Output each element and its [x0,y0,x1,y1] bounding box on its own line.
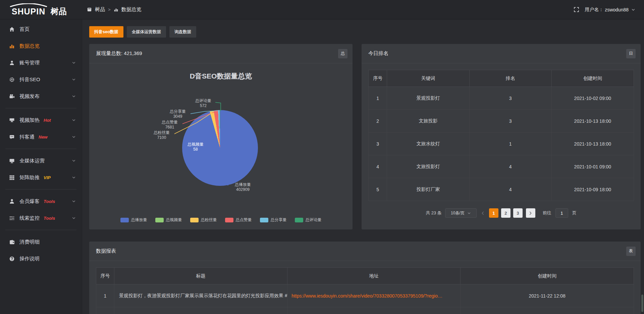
table-row: 5投影灯厂家42021-10-09 18:00 [369,178,634,201]
table-cell: 3 [369,133,387,155]
sidebar-item-label: 矩阵助推 [19,174,40,181]
tab-inquiry-data[interactable]: 询盘数据 [169,26,196,38]
pie-label-plays: 总播放量 402909 [229,182,257,192]
table-cell: 2021-10-02 09:00 [551,87,634,110]
table-cell: 文旅水纹灯 [387,133,469,155]
sidebar-item-video-heat[interactable]: 视频加热Hot [0,112,82,128]
column-header: 创建时间 [461,268,634,284]
sidebar-divider [5,149,76,149]
legend-item-5[interactable]: 总评论量 [295,217,322,223]
goto-label: 前往 [543,210,551,216]
logo-shupin: SHUPIN [9,3,48,16]
ranking-table-wrap: 序号关键词排名创建时间 1景观投影灯32021-10-02 09:002文旅投影… [362,63,641,218]
sidebar-item-badge: Hot [44,118,51,123]
sidebar-item-douketong[interactable]: 抖客通New [0,128,82,145]
sidebar-item-operation-guide[interactable]: 操作说明 [0,250,82,267]
page-size-select[interactable]: 10条/页 [445,208,477,218]
report-header-row: 序号标题地址创建时间 [96,268,634,284]
sidebar-item-media-operation[interactable]: 全媒体运营 [0,152,82,169]
legend-item-3[interactable]: 总点赞量 [225,217,252,223]
table-cell: 文旅投影灯 [387,155,469,178]
table-cell: 2021-10-09 18:00 [551,178,634,201]
pie-label-value: 572 [191,103,215,108]
scrollbar[interactable] [641,295,643,312]
username[interactable]: zswodun88 [605,7,629,12]
legend-swatch [225,218,233,222]
chevron-left-icon [481,211,485,215]
logo-text-cn: 树品 [51,7,67,16]
table-cell: 4 [369,155,387,178]
legend-item-1[interactable]: 总视频量 [155,217,182,223]
sidebar-item-label: 视频发布 [19,93,40,100]
table-cell [461,307,634,314]
page-size-value: 10条/页 [451,210,465,216]
sidebar-item-clue-monitor[interactable]: 线索监控Tools [0,210,82,226]
app-window-icon [87,7,92,12]
chat-icon [9,134,15,140]
goto-page-input[interactable] [555,208,568,218]
sidebar-item-data-overview[interactable]: 数据总览 [0,38,82,54]
impressions-total: 展现量总数: 421,369 [96,50,142,57]
sidebar-item-label: 抖音SEO [19,76,40,83]
ranking-title: 今日排名 [368,50,388,57]
breadcrumb-separator: > [108,7,111,12]
pie-label-name: 总评论量 [191,98,215,103]
chevron-down-icon [467,211,471,215]
home-icon [9,27,15,32]
page-3-button[interactable]: 3 [513,208,523,218]
legend-item-2[interactable]: 总粉丝量 [190,217,217,223]
chevron-down-icon [72,199,76,203]
table-cell: 2 [369,110,387,133]
video-camera-icon [9,94,15,99]
sidebar-item-account-manage[interactable]: 账号管理 [0,54,82,71]
pie-label-comments: 总评论量 572 [191,98,215,108]
gear-icon [9,77,15,83]
table-cell: 2021-10-01 09:00 [551,155,634,178]
legend-item-4[interactable]: 总分享量 [260,217,287,223]
sidebar-divider [5,230,76,230]
chevron-down-icon[interactable] [631,8,635,12]
sidebar-item-badge: Tools [44,199,55,204]
next-page-button[interactable] [526,208,535,218]
page-2-button[interactable]: 2 [501,208,511,218]
table-badge[interactable]: 表 [626,247,636,256]
legend-swatch [260,218,268,222]
sidebar-item-consume-detail[interactable]: 消费明细 [0,233,82,250]
legend-swatch [295,218,303,222]
pie-label-value: 402909 [229,187,257,192]
report-panel-header: 数据报表 表 [89,242,641,261]
sidebar-item-member-baoke[interactable]: 会员爆客Tools [0,193,82,210]
table-cell: 景观投影灯 [387,87,469,110]
url-cell: https://www.iesdouyin.com/share/video/70… [287,284,461,307]
table-cell: 4 [469,178,551,201]
tab-media-operation-data[interactable]: 全媒体运营数据 [127,26,166,38]
table-cell: 1 [469,133,551,155]
prev-page-button[interactable] [480,211,486,215]
ranking-panel: 今日排名 日 序号关键词排名创建时间 1景观投影灯32021-10-02 09:… [362,44,641,229]
page-1-button[interactable]: 1 [489,208,498,218]
total-view-badge[interactable]: 总 [338,49,347,58]
breadcrumb-root[interactable]: 树品 [95,6,105,13]
sidebar-item-douyin-seo[interactable]: 抖音SEO [0,71,82,88]
pie-label-name: 总粉丝量 [150,130,174,135]
report-panel: 数据报表 表 序号标题地址创建时间 1景观投影灯，夜游景观投影灯厂家展示展示落花… [89,242,641,314]
sidebar-item-matrix-boost[interactable]: 矩阵助推VIP [0,169,82,186]
legend-item-0[interactable]: 总播放量 [120,217,147,223]
table-row: 4文旅投影灯42021-10-01 09:00 [369,155,634,178]
legend-swatch [190,218,199,222]
header-right: 用户名： zswodun88 [574,7,644,13]
impressions-total-label: 展现量总数: [96,50,122,56]
daily-badge[interactable]: 日 [626,49,636,58]
tab-douyin-seo-data[interactable]: 抖音seo数据 [89,26,123,38]
fullscreen-icon[interactable] [574,7,579,12]
sidebar-item-video-publish[interactable]: 视频发布 [0,88,82,105]
legend-label: 总播放量 [131,217,147,223]
sidebar-item-home[interactable]: 首页 [0,21,82,38]
table-row: 1景观投影灯，夜游景观投影灯厂家展示展示落花灯在花园里的灯光投影应用效果 #ht… [96,284,634,307]
sidebar-item-label: 消费明细 [19,239,40,245]
sidebar-item-label: 线索监控 [19,215,40,221]
breadcrumb: 树品 > 数据总览 [87,6,142,13]
pie-chart: D音SEO数据量总览 总评论量 572 总分享量 3049 [89,63,353,229]
video-link[interactable]: https://www.iesdouyin.com/share/video/70… [291,293,442,299]
user-icon [9,60,15,66]
